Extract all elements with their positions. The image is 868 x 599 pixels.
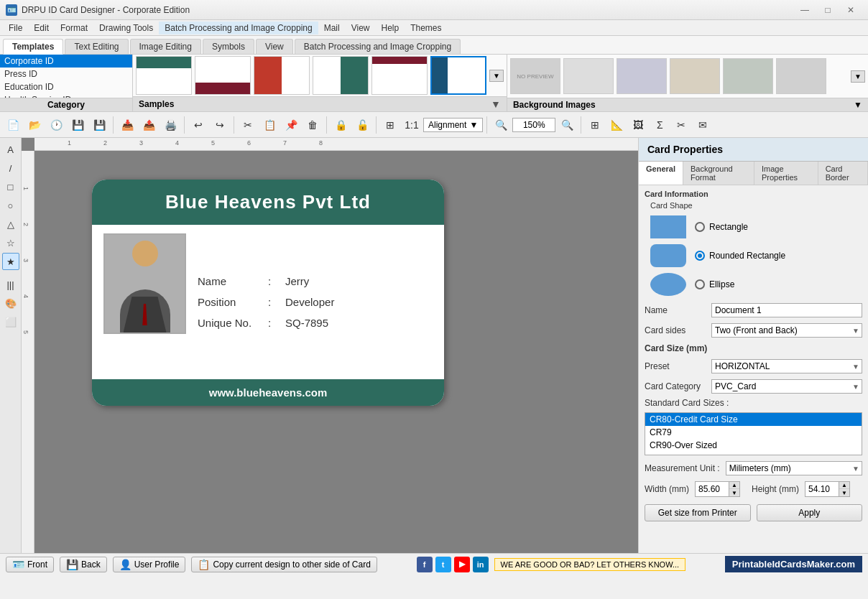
panel-tab-image[interactable]: Image Properties bbox=[754, 162, 818, 185]
measurement-select[interactable]: Milimeters (mm) Inches bbox=[726, 461, 862, 475]
menu-themes[interactable]: Themes bbox=[405, 22, 447, 34]
unlock-button[interactable]: 🔓 bbox=[352, 115, 372, 135]
height-up[interactable]: ▲ bbox=[839, 482, 849, 489]
card-category-select[interactable]: PVC_Card Paper_Card bbox=[711, 379, 862, 394]
tool-text[interactable]: A bbox=[2, 141, 19, 158]
paste-button[interactable]: 📌 bbox=[281, 115, 301, 135]
bg-scroll-down[interactable]: ▼ bbox=[851, 70, 865, 83]
minimize-button[interactable]: — bbox=[793, 2, 816, 18]
save-button[interactable]: 💾 bbox=[68, 115, 88, 135]
menu-file[interactable]: File bbox=[3, 22, 28, 34]
cut-button[interactable]: ✂ bbox=[238, 115, 258, 135]
preset-select[interactable]: HORIZONTAL VERTICAL bbox=[711, 359, 862, 373]
width-up[interactable]: ▲ bbox=[729, 482, 739, 489]
image-edit-button[interactable]: 🖼 bbox=[628, 115, 648, 135]
size-cr80[interactable]: CR80-Credit Card Size bbox=[645, 413, 862, 426]
export-button[interactable]: 📤 bbox=[139, 115, 159, 135]
zoom-out-button[interactable]: 🔍 bbox=[557, 115, 577, 135]
tool-circle[interactable]: ○ bbox=[2, 197, 19, 214]
tool-star2[interactable]: ★ bbox=[2, 253, 19, 270]
menu-help[interactable]: Help bbox=[375, 22, 405, 34]
tool-color[interactable]: 🎨 bbox=[2, 294, 19, 312]
category-item-corporate[interactable]: Corporate ID bbox=[0, 55, 132, 68]
mail-button[interactable]: ✉ bbox=[693, 115, 713, 135]
panel-tab-general[interactable]: General bbox=[639, 162, 683, 185]
id-card-container[interactable]: Blue Heavens Pvt Ltd bbox=[92, 180, 444, 406]
menu-format[interactable]: Format bbox=[55, 22, 93, 34]
sample-thumb-3[interactable] bbox=[254, 56, 310, 95]
sample-thumb-5[interactable] bbox=[371, 56, 428, 95]
tool-rect[interactable]: □ bbox=[2, 178, 19, 195]
tab-templates[interactable]: Templates bbox=[3, 39, 63, 55]
zoom-in-button[interactable]: 🔍 bbox=[491, 115, 511, 135]
panel-tab-border[interactable]: Card Border bbox=[818, 162, 868, 185]
category-item-education[interactable]: Education ID bbox=[0, 80, 132, 93]
print-button[interactable]: 🖨️ bbox=[160, 115, 180, 135]
user-profile-button[interactable]: 👤 User Profile bbox=[113, 557, 186, 572]
tool-line[interactable]: / bbox=[2, 159, 19, 177]
samples-scroll-down[interactable]: ▼ bbox=[489, 70, 504, 82]
bg-thumb-2[interactable] bbox=[563, 58, 614, 94]
facebook-button[interactable]: f bbox=[417, 557, 433, 572]
menu-edit[interactable]: Edit bbox=[28, 22, 55, 34]
sample-thumb-4[interactable] bbox=[313, 56, 369, 95]
card-sides-select[interactable]: Two (Front and Back) Single bbox=[711, 323, 862, 338]
radio-ellipse[interactable] bbox=[695, 279, 705, 289]
size-cr90[interactable]: CR90-Over Sized bbox=[645, 439, 862, 452]
width-down[interactable]: ▼ bbox=[729, 489, 739, 496]
ratio-button[interactable]: 1:1 bbox=[402, 115, 422, 135]
tab-text-editing[interactable]: Text Editing bbox=[65, 39, 128, 54]
delete-button[interactable]: 🗑 bbox=[303, 115, 323, 135]
height-input[interactable] bbox=[805, 483, 839, 496]
get-size-button[interactable]: Get size from Printer bbox=[645, 504, 751, 521]
size-cr100[interactable]: CR100-Military Size bbox=[645, 452, 862, 455]
grid-button[interactable]: ⊞ bbox=[585, 115, 605, 135]
youtube-button[interactable]: ▶ bbox=[454, 557, 470, 572]
radio-rounded[interactable] bbox=[695, 251, 705, 261]
menu-drawing-tools[interactable]: Drawing Tools bbox=[93, 22, 159, 34]
shape-radio-rect[interactable]: Rectangle bbox=[695, 222, 748, 232]
snap-button[interactable]: 📐 bbox=[606, 115, 627, 135]
tool-star[interactable]: ☆ bbox=[2, 234, 19, 251]
sample-thumb-1[interactable] bbox=[136, 56, 192, 95]
copy-design-button[interactable]: 📋 Copy current design to other side of C… bbox=[191, 557, 377, 572]
copy-button[interactable]: 📋 bbox=[259, 115, 280, 135]
tab-view[interactable]: View bbox=[256, 39, 293, 54]
height-down[interactable]: ▼ bbox=[839, 489, 849, 496]
bg-thumb-4[interactable] bbox=[670, 58, 720, 94]
sample-thumb-2[interactable] bbox=[195, 56, 251, 95]
tab-batch-processing[interactable]: Batch Processing and Image Cropping bbox=[295, 39, 461, 54]
maximize-button[interactable]: □ bbox=[816, 2, 839, 18]
save-as-button[interactable]: 💾 bbox=[89, 115, 109, 135]
shape-radio-ellipse[interactable]: Ellipse bbox=[695, 279, 734, 289]
group-button[interactable]: ⊞ bbox=[380, 115, 400, 135]
sizes-list[interactable]: CR80-Credit Card Size CR79 CR90-Over Siz… bbox=[645, 412, 862, 455]
radio-rect[interactable] bbox=[695, 222, 705, 232]
bg-thumb-5[interactable] bbox=[723, 58, 773, 94]
bg-thumb-6[interactable] bbox=[776, 58, 826, 94]
size-cr79[interactable]: CR79 bbox=[645, 426, 862, 439]
menu-mail[interactable]: Mail bbox=[318, 22, 346, 34]
recent-button[interactable]: 🕐 bbox=[46, 115, 66, 135]
bg-thumb-1[interactable]: NO PREVIEW bbox=[510, 58, 560, 94]
tool-barcode[interactable]: ||| bbox=[2, 276, 19, 293]
shape-radio-rounded[interactable]: Rounded Rectangle bbox=[695, 251, 785, 261]
category-item-press[interactable]: Press ID bbox=[0, 68, 132, 80]
twitter-button[interactable]: t bbox=[435, 557, 451, 572]
apply-button[interactable]: Apply bbox=[757, 504, 863, 521]
tab-symbols[interactable]: Symbols bbox=[203, 39, 254, 54]
bg-scroll-btn[interactable]: ▼ bbox=[854, 100, 862, 110]
menu-view[interactable]: View bbox=[346, 22, 376, 34]
crop-button[interactable]: ✂ bbox=[671, 115, 691, 135]
redo-button[interactable]: ↪ bbox=[210, 115, 230, 135]
alignment-button[interactable]: Alignment ▼ bbox=[423, 118, 483, 132]
close-button[interactable]: ✕ bbox=[839, 2, 862, 18]
panel-tab-background[interactable]: Background Format bbox=[683, 162, 754, 185]
lock-button[interactable]: 🔒 bbox=[331, 115, 351, 135]
menu-batch-processing[interactable]: Batch Processing and Image Cropping bbox=[159, 22, 318, 34]
linkedin-button[interactable]: in bbox=[473, 557, 489, 572]
back-button[interactable]: 💾 Back bbox=[60, 557, 107, 572]
import-button[interactable]: 📥 bbox=[117, 115, 137, 135]
open-button[interactable]: 📂 bbox=[24, 115, 45, 135]
tool-eraser[interactable]: ⬜ bbox=[2, 313, 19, 330]
